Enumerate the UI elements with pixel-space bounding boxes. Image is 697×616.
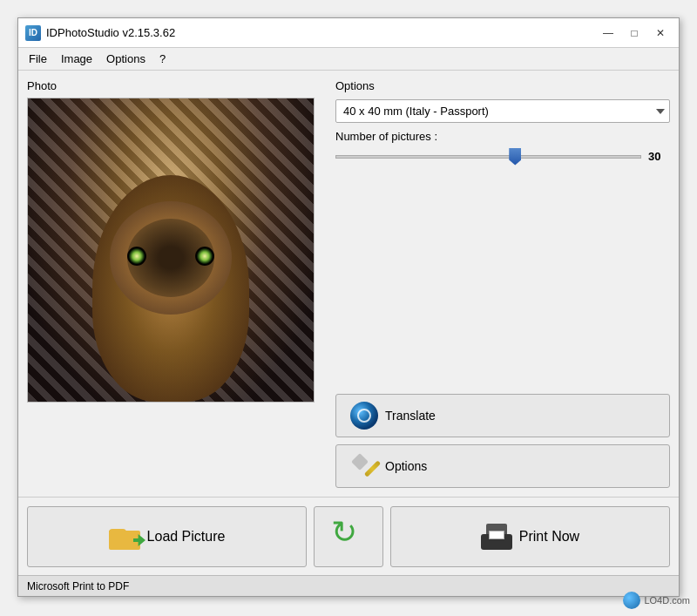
translate-button[interactable]: Translate	[335, 394, 670, 437]
cat-photo	[28, 98, 314, 402]
refresh-button[interactable]	[314, 506, 383, 567]
spacer	[335, 172, 670, 385]
main-window: ID IDPhotoStudio v2.15.3.62 — □ ✕ File I…	[17, 17, 680, 597]
status-text: Microsoft Print to PDF	[27, 580, 129, 592]
right-panel: Options 40 x 40 mm (Italy - Passport) Nu…	[335, 79, 670, 488]
photo-container	[27, 98, 315, 403]
load-picture-button[interactable]: Load Picture	[27, 506, 307, 567]
options-button[interactable]: Options	[335, 444, 670, 488]
translate-icon	[350, 402, 378, 430]
action-buttons: Translate Options	[335, 394, 670, 488]
maximize-button[interactable]: □	[623, 24, 646, 42]
photo-label: Photo	[27, 79, 323, 92]
menu-help[interactable]: ?	[152, 51, 173, 67]
wrench-icon	[351, 453, 369, 470]
menu-bar: File Image Options ?	[18, 48, 679, 71]
bottom-bar: Load Picture Print Now	[18, 497, 679, 575]
load-picture-label: Load Picture	[147, 529, 226, 545]
slider-container: 30	[335, 150, 670, 163]
menu-file[interactable]: File	[22, 51, 54, 67]
watermark-globe-icon	[623, 592, 640, 609]
title-bar: ID IDPhotoStudio v2.15.3.62 — □ ✕	[18, 18, 679, 48]
num-pictures-slider[interactable]	[335, 155, 641, 159]
cat-body	[92, 175, 249, 402]
status-bar: Microsoft Print to PDF	[18, 575, 679, 596]
print-icon	[481, 524, 512, 550]
cat-eye-left	[127, 247, 146, 266]
options-section: Options 40 x 40 mm (Italy - Passport) Nu…	[335, 79, 670, 163]
options-label: Options	[385, 459, 427, 473]
watermark-text: LO4D.com	[644, 595, 690, 606]
cat-head	[110, 201, 232, 315]
app-icon: ID	[25, 25, 41, 41]
print-now-button[interactable]: Print Now	[390, 506, 670, 567]
cat-eye-right	[195, 247, 214, 266]
refresh-icon	[329, 518, 368, 556]
options-icon	[350, 452, 378, 480]
printer-paper	[489, 531, 504, 539]
format-dropdown[interactable]: 40 x 40 mm (Italy - Passport)	[335, 99, 670, 123]
options-heading: Options	[335, 79, 670, 92]
watermark: LO4D.com	[623, 592, 690, 609]
menu-options[interactable]: Options	[99, 51, 152, 67]
folder-icon	[109, 524, 140, 550]
close-button[interactable]: ✕	[649, 24, 672, 42]
left-panel: Photo	[27, 79, 323, 488]
minimize-button[interactable]: —	[597, 24, 619, 42]
menu-image[interactable]: Image	[54, 51, 99, 67]
num-pictures-label: Number of pictures :	[335, 130, 670, 143]
format-dropdown-container: 40 x 40 mm (Italy - Passport)	[335, 99, 670, 123]
slider-value-display: 30	[648, 150, 670, 163]
folder-arrow-icon	[133, 534, 145, 546]
translate-label: Translate	[385, 409, 436, 423]
window-title: IDPhotoStudio v2.15.3.62	[46, 26, 597, 39]
main-content: Photo Options	[18, 71, 679, 497]
print-now-label: Print Now	[519, 529, 579, 545]
window-controls: — □ ✕	[597, 24, 672, 42]
